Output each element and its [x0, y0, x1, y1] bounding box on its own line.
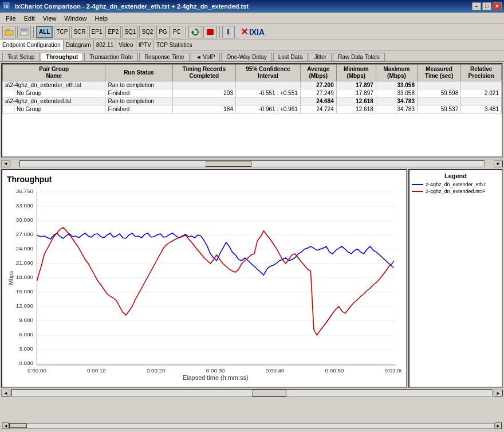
legend-line-1 — [412, 184, 423, 185]
h-scroll-left[interactable]: ◄ — [1, 390, 10, 396]
group-ci-1: -0.551 : +0.551 — [236, 89, 301, 97]
filter-pg[interactable]: PG — [156, 26, 169, 38]
filter-ep1[interactable]: EP1 — [89, 26, 105, 38]
toolbar-stop[interactable] — [203, 26, 217, 38]
scroll-track[interactable] — [19, 160, 485, 167]
filter-scr[interactable]: SCR — [71, 26, 88, 38]
tab-tcp-statistics[interactable]: TCP Statistics — [154, 40, 195, 50]
toolbar-save[interactable] — [17, 26, 31, 38]
tab-video[interactable]: Video — [116, 40, 136, 50]
tab-datagram[interactable]: Datagram — [64, 40, 94, 50]
h-scroll-thumb[interactable] — [252, 390, 286, 396]
ixia-x-icon: ✕ — [241, 26, 248, 37]
tab-voip[interactable]: ◄ VoIP — [191, 53, 220, 61]
close-button[interactable]: ✕ — [493, 2, 502, 10]
h-scroll-right[interactable]: ► — [494, 390, 503, 396]
svg-text:18.000: 18.000 — [16, 274, 33, 280]
col-confidence-interval: 95% ConfidenceInterval — [236, 65, 301, 81]
svg-text:6.000: 6.000 — [19, 331, 33, 337]
legend-scroll-right[interactable]: ► — [495, 422, 502, 429]
group-ci-2: -0.961 : +0.961 — [236, 105, 301, 113]
svg-rect-2 — [5, 30, 13, 36]
group-name-2: No Group — [14, 105, 105, 113]
tab-endpoint-config[interactable]: Endpoint Configuration — [0, 40, 64, 50]
svg-marker-7 — [191, 30, 194, 33]
legend-scroll-thumb[interactable] — [10, 423, 27, 428]
tab-test-setup[interactable]: Test Setup — [2, 53, 40, 61]
tab-one-way-delay[interactable]: One-Way Delay — [221, 53, 271, 61]
legend-scroll-track[interactable] — [9, 423, 495, 429]
file-status-1: Ran to completion — [105, 81, 172, 89]
svg-text:0:00:00: 0:00:00 — [27, 367, 46, 373]
group-status-1: Finished — [105, 89, 172, 97]
toolbar-open[interactable] — [2, 26, 16, 38]
group-min-2: 12.618 — [336, 105, 376, 113]
file-rp-2 — [461, 97, 502, 105]
table-row: No Group Finished 184 -0.961 : +0.961 24… — [3, 105, 502, 113]
svg-text:0:00:10: 0:00:10 — [87, 367, 106, 373]
minimize-button[interactable]: − — [472, 2, 481, 10]
col-pair-group-name: Pair GroupName — [3, 65, 105, 81]
legend-scroll-left[interactable]: ◄ — [2, 422, 9, 429]
tab-lost-data[interactable]: Lost Data — [273, 53, 308, 61]
file-avg-2: 24.684 — [300, 97, 336, 105]
menu-edit[interactable]: Edit — [21, 14, 38, 23]
window-controls: − □ ✕ — [472, 2, 502, 10]
tab-transaction-rate[interactable]: Transaction Rate — [84, 53, 138, 61]
file-max-1: 33.058 — [376, 81, 417, 89]
tab-iptv[interactable]: IPTV — [136, 40, 154, 50]
toolbar-sep-3 — [219, 26, 220, 38]
menu-help[interactable]: Help — [91, 14, 111, 23]
svg-rect-5 — [21, 29, 27, 32]
tab-raw-data[interactable]: Raw Data Totals — [333, 53, 385, 61]
toolbar-refresh[interactable] — [188, 26, 202, 38]
toolbar-sep-2 — [186, 26, 186, 38]
tab-802-11[interactable]: 802.11 — [94, 40, 117, 50]
scroll-right-arrow[interactable]: ► — [494, 160, 503, 167]
svg-marker-3 — [5, 29, 9, 30]
filter-ep2[interactable]: EP2 — [105, 26, 121, 38]
col-minimum: Minimum(Mbps) — [336, 65, 376, 81]
menu-window[interactable]: Window — [61, 14, 90, 23]
group-avg-1: 27.249 — [300, 89, 336, 97]
filter-sq1[interactable]: SQ1 — [122, 26, 138, 38]
scroll-thumb[interactable] — [206, 161, 251, 167]
h-scroll-track[interactable] — [11, 389, 493, 397]
svg-text:36.750: 36.750 — [16, 188, 33, 194]
filter-all[interactable]: ALL — [36, 26, 53, 38]
legend-title: Legend — [412, 172, 499, 179]
svg-text:12.000: 12.000 — [16, 303, 33, 308]
col-measured-time: MeasuredTime (sec) — [418, 65, 461, 81]
legend-scrollbar[interactable]: ◄ ► — [2, 422, 502, 430]
svg-text:0:00:40: 0:00:40 — [266, 367, 285, 373]
col-maximum: Maximum(Mbps) — [376, 65, 417, 81]
svg-text:0.000: 0.000 — [19, 360, 33, 366]
table-scrollbar[interactable]: ◄ ► — [1, 159, 503, 168]
menu-view[interactable]: View — [40, 14, 60, 23]
menu-bar: File Edit View Window Help — [0, 13, 504, 24]
group-status-2: Finished — [105, 105, 172, 113]
file-status-2: Ran to completion — [105, 97, 172, 105]
indent-1 — [3, 89, 14, 97]
group-max-2: 34.783 — [376, 105, 417, 113]
legend-label-2: 2-4ghz_dn_extended.tst:F — [426, 188, 486, 194]
tab-jitter[interactable]: Jitter — [309, 53, 332, 61]
toolbar-info[interactable]: ℹ — [222, 26, 235, 38]
group-max-1: 33.058 — [376, 89, 417, 97]
group-rp-2: 3.481 — [461, 105, 502, 113]
window-title: IxChariot Comparison - 2-4ghz_dn_extende… — [13, 3, 472, 10]
filter-pc[interactable]: PC — [171, 26, 183, 38]
filter-tcp[interactable]: TCP — [54, 26, 70, 38]
results-table-container: Pair GroupName Run Status Timing Records… — [1, 63, 503, 158]
file-ci-1 — [236, 81, 301, 89]
tab-throughput[interactable]: Throughput — [41, 53, 83, 61]
legend-label-1: 2-4ghz_dn_extender_eth.t — [426, 182, 486, 187]
filter-sq2[interactable]: SQ2 — [139, 26, 155, 38]
svg-rect-8 — [207, 29, 214, 35]
tab-response-time[interactable]: Response Time — [139, 53, 189, 61]
maximize-button[interactable]: □ — [482, 2, 491, 10]
file-name-1: a\2-4ghz_dn_extender_eth.tst — [3, 81, 105, 89]
group-avg-2: 24.724 — [300, 105, 336, 113]
menu-file[interactable]: File — [2, 14, 19, 23]
scroll-left-arrow[interactable]: ◄ — [1, 160, 10, 167]
